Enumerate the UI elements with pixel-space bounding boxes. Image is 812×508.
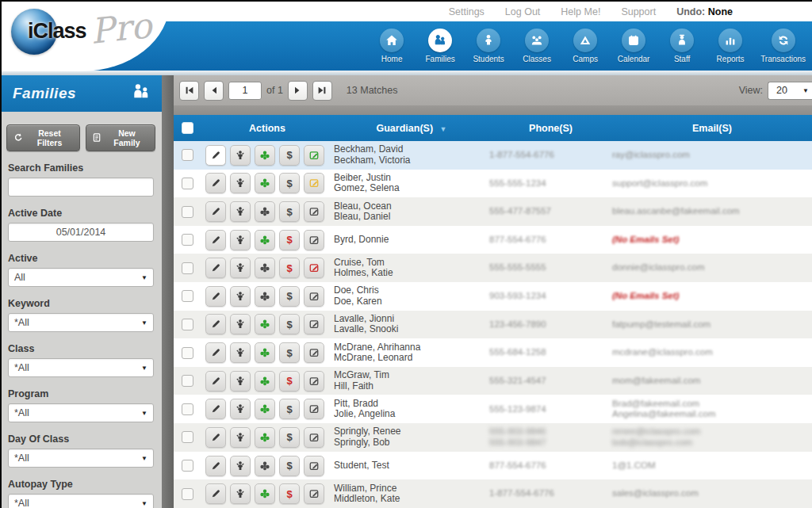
notes-ledger-button[interactable] [304, 201, 324, 222]
row-checkbox[interactable] [182, 403, 193, 415]
edit-family-button[interactable] [205, 201, 226, 222]
nav-item-camps[interactable]: Camps [567, 29, 603, 63]
edit-family-button[interactable] [205, 371, 226, 392]
edit-family-button[interactable] [205, 456, 226, 476]
row-checkbox[interactable] [182, 319, 193, 330]
notes-ledger-button[interactable] [304, 371, 324, 392]
notes-ledger-button[interactable] [304, 342, 324, 363]
billing-button[interactable]: $ [279, 371, 300, 392]
edit-family-button[interactable] [205, 230, 226, 250]
billing-button[interactable]: $ [279, 456, 300, 476]
students-button[interactable] [230, 399, 251, 419]
students-button[interactable] [230, 483, 251, 504]
notes-ledger-button[interactable] [304, 258, 324, 278]
next-page-button[interactable] [288, 81, 308, 101]
row-checkbox[interactable] [182, 375, 193, 387]
autopay-type-select[interactable]: *All▼ [8, 494, 154, 508]
enrollments-button[interactable] [255, 483, 275, 504]
nav-item-transactions[interactable]: Transactions [760, 29, 806, 63]
edit-family-button[interactable] [205, 145, 226, 166]
notes-ledger-button[interactable] [304, 483, 324, 504]
notes-ledger-button[interactable] [304, 286, 324, 307]
enrollments-button[interactable] [255, 314, 275, 334]
notes-ledger-button[interactable] [304, 145, 324, 166]
edit-family-button[interactable] [205, 399, 226, 419]
row-checkbox[interactable] [182, 290, 193, 302]
students-button[interactable] [230, 342, 251, 363]
column-header-guardians[interactable]: Guardian(S) ▼ [334, 123, 489, 134]
edit-family-button[interactable] [205, 286, 226, 307]
edit-family-button[interactable] [205, 427, 226, 448]
students-button[interactable] [230, 201, 251, 222]
row-checkbox[interactable] [182, 460, 193, 472]
enrollments-button[interactable] [255, 286, 275, 307]
billing-button[interactable]: $ [279, 286, 300, 307]
class-select[interactable]: *All▼ [8, 358, 154, 377]
sidebar-scrollbar[interactable] [162, 75, 174, 508]
notes-ledger-button[interactable] [304, 399, 324, 419]
nav-item-staff[interactable]: Staff [664, 29, 700, 63]
edit-family-button[interactable] [205, 258, 226, 278]
billing-button[interactable]: $ [279, 399, 300, 419]
row-checkbox[interactable] [182, 234, 193, 246]
billing-button[interactable]: $ [279, 258, 300, 278]
logout-link[interactable]: Log Out [505, 6, 540, 17]
last-page-button[interactable] [312, 81, 332, 101]
notes-ledger-button[interactable] [304, 173, 324, 193]
students-button[interactable] [230, 314, 251, 334]
notes-ledger-button[interactable] [304, 230, 324, 250]
edit-family-button[interactable] [205, 483, 226, 504]
day-of-class-select[interactable]: *All▼ [8, 449, 154, 468]
billing-button[interactable]: $ [279, 173, 300, 193]
nav-item-classes[interactable]: Classes [519, 29, 555, 63]
notes-ledger-button[interactable] [304, 427, 324, 448]
enrollments-button[interactable] [255, 427, 275, 448]
nav-item-calendar[interactable]: Calendar [615, 29, 652, 63]
settings-link[interactable]: Settings [449, 6, 485, 17]
students-button[interactable] [230, 371, 251, 392]
billing-button[interactable]: $ [279, 201, 300, 222]
students-button[interactable] [230, 230, 251, 250]
row-checkbox[interactable] [182, 149, 193, 161]
enrollments-button[interactable] [255, 456, 275, 476]
students-button[interactable] [230, 145, 251, 166]
students-button[interactable] [230, 456, 251, 476]
enrollments-button[interactable] [255, 342, 275, 363]
students-button[interactable] [230, 258, 251, 278]
billing-button[interactable]: $ [279, 427, 300, 448]
enrollments-button[interactable] [255, 258, 275, 278]
nav-item-families[interactable]: Families [422, 29, 458, 63]
billing-button[interactable]: $ [279, 483, 300, 504]
enrollments-button[interactable] [255, 201, 275, 222]
notes-ledger-button[interactable] [304, 456, 324, 476]
previous-page-button[interactable] [204, 81, 224, 101]
billing-button[interactable]: $ [279, 314, 300, 334]
keyword-select[interactable]: *All▼ [8, 313, 154, 332]
select-all-checkbox[interactable] [182, 122, 193, 134]
search-families-input[interactable] [8, 178, 154, 197]
support-link[interactable]: Support [621, 6, 656, 17]
nav-item-home[interactable]: Home [373, 29, 410, 63]
page-number-input[interactable] [228, 82, 262, 100]
active-date-input[interactable] [8, 223, 154, 242]
students-button[interactable] [230, 173, 251, 193]
view-count-select[interactable]: 20 ▼ [768, 82, 812, 100]
notes-ledger-button[interactable] [304, 314, 324, 334]
first-page-button[interactable] [179, 81, 199, 101]
edit-family-button[interactable] [205, 342, 226, 363]
row-checkbox[interactable] [182, 178, 193, 189]
enrollments-button[interactable] [255, 145, 275, 166]
enrollments-button[interactable] [255, 399, 275, 419]
enrollments-button[interactable] [255, 230, 275, 250]
new-family-button[interactable]: New Family [86, 124, 155, 151]
billing-button[interactable]: $ [279, 342, 300, 363]
students-button[interactable] [230, 427, 251, 448]
program-select[interactable]: *All▼ [8, 403, 154, 422]
active-select[interactable]: All▼ [8, 268, 154, 287]
enrollments-button[interactable] [255, 173, 275, 193]
nav-item-reports[interactable]: Reports [712, 29, 749, 63]
help-link[interactable]: Help Me! [561, 6, 600, 17]
row-checkbox[interactable] [182, 262, 193, 274]
row-checkbox[interactable] [182, 488, 193, 500]
nav-item-students[interactable]: Students [470, 29, 507, 63]
